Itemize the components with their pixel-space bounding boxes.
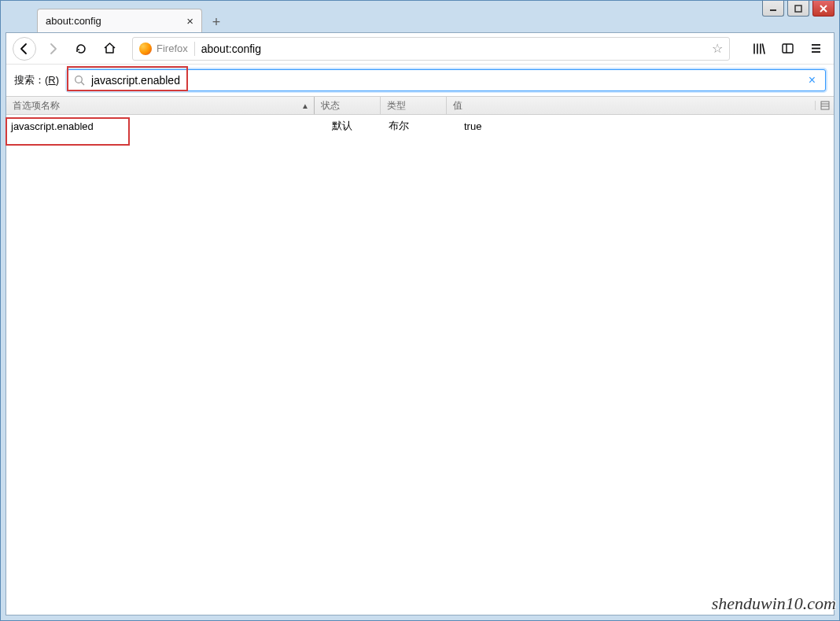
maximize-button[interactable]: [787, 1, 809, 17]
cell-value: true: [447, 120, 834, 132]
url-text[interactable]: about:config: [201, 43, 706, 55]
forward-arrow-icon: [46, 43, 59, 55]
library-icon: [752, 42, 766, 56]
firefox-icon: [139, 43, 152, 55]
forward-button[interactable]: [41, 37, 64, 61]
svg-rect-11: [821, 102, 829, 109]
window-controls: [762, 1, 834, 17]
app-menu-button[interactable]: [804, 37, 827, 61]
tab-about-config[interactable]: about:config ×: [37, 9, 202, 32]
svg-point-9: [76, 76, 83, 83]
library-button[interactable]: [747, 37, 771, 61]
sort-ascending-icon: ▲: [301, 102, 309, 110]
watermark: shenduwin10.com: [712, 593, 836, 614]
hamburger-icon: [809, 42, 823, 55]
url-bar[interactable]: Firefox about:config ☆: [132, 37, 730, 61]
browser-window: about:config × + Firefox: [0, 0, 840, 621]
minimize-button[interactable]: [762, 1, 784, 17]
search-box[interactable]: ×: [67, 69, 826, 91]
back-arrow-icon: [18, 43, 31, 55]
cell-status: 默认: [315, 119, 381, 133]
identity-box[interactable]: Firefox: [139, 43, 188, 55]
tab-close-button[interactable]: ×: [186, 15, 193, 27]
sidebar-icon: [781, 42, 794, 55]
titlebar: [1, 1, 839, 7]
minimize-icon: [769, 5, 777, 13]
search-icon: [74, 75, 85, 86]
reload-button[interactable]: [69, 37, 93, 61]
svg-rect-1: [795, 6, 801, 12]
search-label: 搜索：(R): [14, 73, 59, 87]
table-header: 首选项名称 ▲ 状态 类型 值: [6, 96, 834, 115]
close-icon: [819, 4, 828, 13]
search-row: 搜索：(R) ×: [6, 65, 834, 96]
cell-pref-name: javascript.enabled: [6, 120, 315, 132]
bookmark-star-button[interactable]: ☆: [712, 41, 723, 56]
table-body: javascript.enabled 默认 布尔 true: [6, 115, 834, 615]
back-button[interactable]: [13, 37, 36, 61]
search-input[interactable]: [90, 73, 805, 87]
column-pref-name[interactable]: 首选项名称 ▲: [6, 97, 315, 114]
column-status[interactable]: 状态: [315, 97, 381, 114]
svg-rect-4: [783, 44, 793, 53]
identity-separator: [194, 42, 195, 56]
home-icon: [103, 42, 116, 55]
tab-strip: about:config × +: [1, 7, 839, 32]
new-tab-button[interactable]: +: [205, 12, 227, 32]
home-button[interactable]: [98, 37, 121, 61]
column-value[interactable]: 值: [447, 97, 815, 114]
cell-type: 布尔: [381, 119, 447, 133]
reload-icon: [75, 43, 87, 55]
sidebar-button[interactable]: [776, 37, 799, 61]
svg-line-10: [81, 82, 84, 85]
identity-label: Firefox: [157, 43, 188, 54]
column-picker[interactable]: [815, 101, 834, 110]
about-config-page: 搜索：(R) × 首选项名称 ▲ 状态 类型 值: [6, 65, 834, 615]
search-clear-button[interactable]: ×: [805, 73, 819, 87]
nav-toolbar: Firefox about:config ☆: [6, 33, 834, 65]
table-row[interactable]: javascript.enabled 默认 布尔 true: [6, 115, 834, 137]
browser-content-frame: Firefox about:config ☆: [6, 32, 834, 615]
column-type[interactable]: 类型: [381, 97, 447, 114]
close-window-button[interactable]: [812, 1, 834, 17]
column-picker-icon: [820, 101, 830, 110]
tab-title: about:config: [46, 15, 180, 27]
maximize-icon: [794, 5, 802, 13]
toolbar-right: [741, 37, 827, 61]
